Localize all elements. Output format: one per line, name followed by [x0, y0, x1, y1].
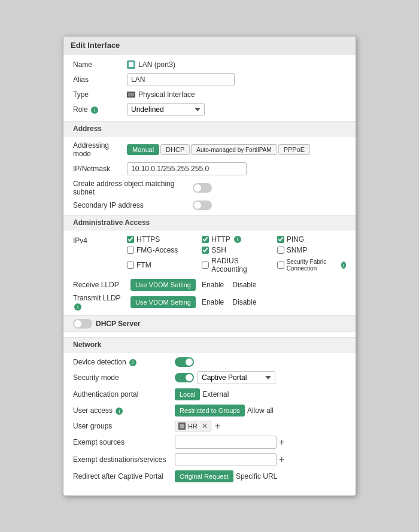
http-info-icon[interactable]: i [234, 236, 241, 243]
allow-all-btn[interactable]: Allow all [245, 405, 276, 416]
ip-netmask-input[interactable] [127, 162, 247, 175]
user-access-label: User access i [73, 406, 175, 415]
address-section-header: Address [63, 121, 356, 136]
device-detection-info-icon[interactable]: i [129, 359, 136, 366]
radius-checkbox[interactable] [202, 262, 209, 269]
auth-portal-row: Authentication portal Local External [73, 388, 346, 400]
device-detection-row: Device detection i [73, 357, 346, 367]
transmit-lldp-row: Transmit LLDP i Use VDOM Setting Enable … [73, 294, 346, 311]
auth-external-btn[interactable]: External [200, 389, 231, 400]
name-row: Name LAN (port3) [73, 60, 346, 69]
add-group-btn[interactable]: + [215, 421, 220, 431]
addr-btn-fortiipam[interactable]: Auto-managed by FortiIPAM [191, 144, 277, 155]
fmg-checkbox[interactable] [127, 247, 134, 254]
receive-lldp-enable-btn[interactable]: Enable [199, 279, 226, 290]
ftm-row: FTM [127, 257, 196, 273]
fmg-label: FMG-Access [136, 246, 178, 254]
user-groups-row: User groups HR ✕ + [73, 421, 346, 431]
http-checkbox[interactable] [202, 236, 209, 243]
security-mode-dropdown[interactable]: Captive Portal [198, 371, 275, 384]
role-label: Role i [73, 105, 127, 114]
auth-local-btn[interactable]: Local [175, 388, 200, 400]
transmit-lldp-label: Transmit LLDP i [73, 294, 127, 311]
create-address-label: Create address object matching subnet [73, 180, 193, 196]
transmit-lldp-info-icon[interactable]: i [74, 303, 81, 311]
auth-portal-label: Authentication portal [73, 390, 175, 399]
hr-group-label: HR [188, 422, 198, 430]
restricted-groups-btn[interactable]: Restricted to Groups [175, 405, 245, 417]
name-value: LAN (port3) [138, 60, 175, 69]
ping-row: PING [277, 235, 346, 244]
addr-btn-manual[interactable]: Manual [127, 144, 159, 155]
alias-input[interactable] [127, 73, 235, 86]
addr-btn-pppoe[interactable]: PPPoE [278, 144, 310, 155]
physical-interface-icon [127, 92, 135, 98]
receive-lldp-row: Receive LLDP Use VDOM Setting Enable Dis… [73, 279, 346, 291]
secondary-ip-toggle[interactable] [193, 200, 212, 210]
ftm-label: FTM [136, 261, 151, 269]
role-dropdown[interactable]: Undefined [127, 103, 205, 116]
security-mode-toggle[interactable] [175, 373, 194, 382]
snmp-label: SNMP [287, 246, 308, 254]
add-exempt-source-btn[interactable]: + [279, 437, 284, 447]
role-info-icon[interactable]: i [91, 107, 98, 114]
secondary-ip-label: Secondary IP address [73, 201, 193, 209]
security-fabric-label: Security Fabric Connection [287, 259, 338, 272]
user-access-info-icon[interactable]: i [116, 408, 123, 415]
fmg-row: FMG-Access [127, 246, 196, 254]
security-fabric-info-icon[interactable]: i [341, 262, 346, 269]
security-fabric-checkbox[interactable] [277, 262, 284, 269]
name-label: Name [73, 60, 127, 69]
exempt-dest-label: Exempt destinations/services [73, 455, 175, 464]
ip-netmask-label: IP/Netmask [73, 165, 127, 173]
user-access-row: User access i Restricted to Groups Allow… [73, 405, 346, 417]
addr-btn-dhcp[interactable]: DHCP [160, 144, 190, 155]
redirect-specific-btn[interactable]: Specific URL [233, 471, 280, 482]
addressing-mode-buttons: Manual DHCP Auto-managed by FortiIPAM PP… [127, 144, 310, 155]
receive-lldp-vdom-btn[interactable]: Use VDOM Setting [130, 279, 196, 291]
group-icon [178, 422, 186, 430]
addressing-mode-row: Addressing mode Manual DHCP Auto-managed… [73, 141, 346, 158]
http-label: HTTP [211, 235, 230, 244]
redirect-original-btn[interactable]: Original Request [175, 470, 233, 482]
create-address-toggle[interactable] [193, 183, 212, 193]
ping-label: PING [287, 235, 304, 244]
ping-checkbox[interactable] [277, 236, 284, 243]
exempt-dest-input[interactable] [175, 453, 277, 466]
add-exempt-dest-btn[interactable]: + [279, 455, 284, 464]
transmit-lldp-vdom-btn[interactable]: Use VDOM Setting [130, 296, 196, 308]
role-row: Role i Undefined [73, 103, 346, 116]
ip-netmask-row: IP/Netmask [73, 162, 346, 175]
exempt-sources-row: Exempt sources + [73, 436, 346, 449]
user-groups-label: User groups [73, 422, 175, 430]
ssh-checkbox[interactable] [202, 247, 209, 254]
transmit-lldp-enable-btn[interactable]: Enable [199, 297, 226, 308]
ssh-label: SSH [211, 246, 226, 254]
dhcp-server-section: DHCP Server [63, 315, 356, 332]
dhcp-server-toggle[interactable] [73, 319, 92, 329]
alias-label: Alias [73, 75, 127, 84]
ftm-checkbox[interactable] [127, 262, 134, 269]
network-section-header: Network [63, 337, 356, 352]
edit-interface-dialog: Edit Interface Name LAN (port3) Alias Ty… [63, 36, 356, 496]
exempt-sources-input[interactable] [175, 436, 277, 449]
create-address-row: Create address object matching subnet [73, 180, 346, 196]
snmp-row: SNMP [277, 246, 346, 254]
admin-access-section-header: Administrative Access [63, 215, 356, 230]
redirect-label: Redirect after Captive Portal [73, 472, 175, 481]
exempt-sources-label: Exempt sources [73, 438, 175, 446]
https-checkbox[interactable] [127, 236, 134, 243]
redirect-row: Redirect after Captive Portal Original R… [73, 470, 346, 482]
addressing-mode-label: Addressing mode [73, 141, 127, 158]
device-detection-toggle[interactable] [175, 357, 194, 367]
ipv4-label: IPv4 [73, 235, 127, 245]
https-label: HTTPS [136, 235, 160, 244]
user-groups-container: HR ✕ + [175, 421, 220, 431]
hr-group-remove[interactable]: ✕ [202, 422, 208, 430]
snmp-checkbox[interactable] [277, 247, 284, 254]
receive-lldp-disable-btn[interactable]: Disable [230, 279, 259, 290]
https-row: HTTPS [127, 235, 196, 244]
transmit-lldp-disable-btn[interactable]: Disable [230, 297, 259, 308]
hr-group-tag: HR ✕ [175, 421, 211, 431]
dhcp-server-label: DHCP Server [96, 320, 140, 328]
